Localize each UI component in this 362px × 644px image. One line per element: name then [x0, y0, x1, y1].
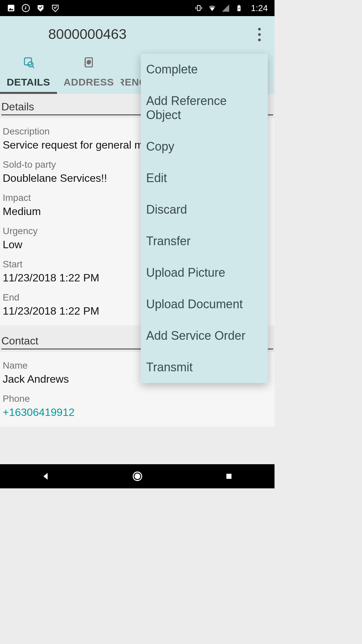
recent-apps-button[interactable]: [222, 470, 236, 483]
status-right-icons: 1:24: [194, 3, 268, 13]
svg-rect-5: [197, 5, 200, 10]
field-phone: Phone +16306419912: [3, 389, 272, 423]
battery-icon: [235, 4, 243, 12]
svg-text:@: @: [87, 60, 91, 64]
status-time: 1:24: [251, 3, 268, 13]
menu-edit[interactable]: Edit: [141, 162, 268, 194]
tab-label: DETAILS: [7, 76, 50, 88]
shield-icon: [21, 4, 30, 12]
check-icon-2: [51, 4, 60, 12]
check-icon: [36, 4, 45, 12]
svg-marker-8: [222, 4, 230, 12]
back-button[interactable]: [39, 470, 53, 483]
menu-upload-document[interactable]: Upload Document: [141, 288, 268, 320]
more-dot-icon: [258, 33, 261, 36]
phone-link[interactable]: +16306419912: [3, 406, 272, 419]
app-header: 8000000463: [0, 16, 275, 52]
svg-marker-21: [43, 473, 48, 480]
more-dot-icon: [258, 28, 261, 31]
menu-discard[interactable]: Discard: [141, 194, 268, 225]
svg-point-23: [135, 474, 139, 479]
details-icon: [22, 56, 35, 69]
status-left-icons: [7, 4, 60, 12]
tab-label: ADDRESS: [64, 76, 114, 88]
overflow-menu: Complete Add Reference Object Copy Edit …: [141, 54, 268, 383]
wifi-icon: [208, 4, 217, 12]
image-icon: [7, 4, 15, 12]
menu-add-reference-object[interactable]: Add Reference Object: [141, 85, 268, 131]
vibrate-icon: [194, 4, 203, 12]
menu-complete[interactable]: Complete: [141, 54, 268, 85]
menu-add-service-order[interactable]: Add Service Order: [141, 320, 268, 352]
menu-transfer[interactable]: Transfer: [141, 225, 268, 257]
status-bar: 1:24: [0, 0, 275, 16]
more-dot-icon: [258, 39, 261, 41]
svg-line-13: [33, 66, 34, 68]
address-icon: @: [82, 56, 96, 69]
home-button[interactable]: [131, 470, 144, 483]
tab-address[interactable]: @ ADDRESS: [57, 52, 121, 94]
more-menu-button[interactable]: [254, 26, 264, 43]
svg-rect-0: [8, 5, 14, 11]
system-nav-bar: [0, 464, 275, 488]
page-title: 8000000463: [10, 26, 264, 52]
menu-transmit[interactable]: Transmit: [141, 352, 268, 383]
signal-icon: [221, 4, 230, 12]
menu-copy[interactable]: Copy: [141, 131, 268, 162]
field-label: Phone: [3, 393, 272, 404]
svg-rect-10: [239, 5, 240, 6]
menu-upload-picture[interactable]: Upload Picture: [141, 257, 268, 288]
svg-rect-24: [226, 474, 231, 479]
tab-details[interactable]: DETAILS: [0, 52, 57, 94]
